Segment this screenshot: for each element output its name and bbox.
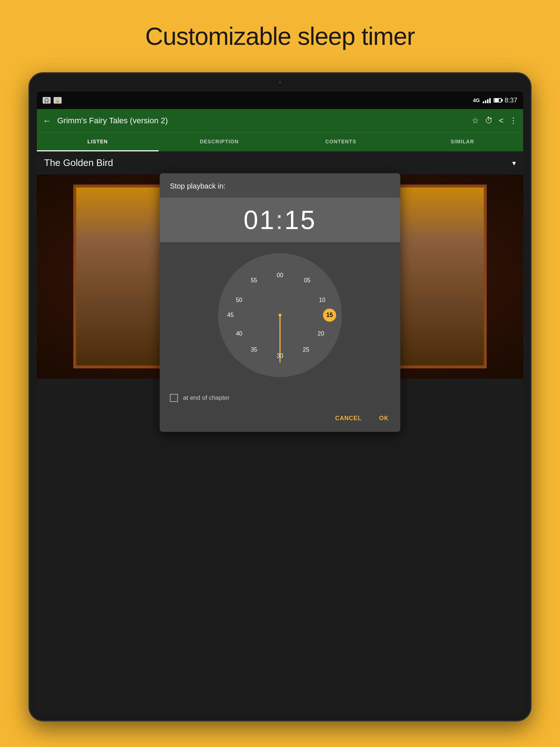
- dialog-title: Stop playback in:: [170, 182, 225, 190]
- clock-number-50[interactable]: 50: [233, 294, 246, 307]
- content-area: The Golden Bird ▾ LibriVox Stop playback…: [37, 151, 523, 379]
- chapter-header: The Golden Bird ▾: [37, 151, 523, 174]
- signal-bars: [483, 97, 491, 103]
- checkbox-row: at end of chapter: [160, 388, 400, 408]
- cancel-button[interactable]: CANCEL: [331, 412, 366, 425]
- end-of-chapter-checkbox[interactable]: [170, 394, 178, 402]
- time-display: 01:15: [167, 205, 393, 235]
- app-bar-title: Grimm's Fairy Tales (version 2): [57, 116, 466, 125]
- page-title: Customizable sleep timer: [145, 22, 415, 50]
- tab-similar[interactable]: SIMILAR: [402, 133, 524, 151]
- time-colon: :: [276, 205, 284, 235]
- clock-number-10[interactable]: 10: [316, 294, 329, 307]
- time-hours: 01: [244, 205, 276, 235]
- clock-picker[interactable]: 00 05 10 15 20 25 30 35: [160, 242, 400, 388]
- clock-face[interactable]: 00 05 10 15 20 25 30 35: [218, 253, 342, 377]
- tab-contents[interactable]: CONTENTS: [280, 133, 402, 151]
- dialog-time-display: 01:15: [160, 198, 400, 242]
- clock-number-25[interactable]: 25: [299, 343, 312, 356]
- signal-bar-4: [489, 98, 491, 103]
- clock-number-00[interactable]: 00: [273, 269, 287, 282]
- star-button[interactable]: ☆: [472, 116, 479, 125]
- tab-listen[interactable]: LISTEN: [37, 133, 159, 151]
- status-bar: 🎧 🔒 4G 8:37: [37, 92, 523, 109]
- notification-icon: 🎧: [43, 97, 51, 104]
- clock-number-45[interactable]: 45: [224, 309, 237, 322]
- status-bar-left: 🎧 🔒: [43, 97, 62, 104]
- lock-icon: 🔒: [54, 97, 62, 104]
- clock-time: 8:37: [505, 97, 517, 104]
- signal-bar-3: [487, 99, 489, 103]
- network-type: 4G: [473, 97, 480, 103]
- status-bar-right: 4G 8:37: [473, 97, 517, 104]
- dialog-buttons: CANCEL OK: [160, 408, 400, 432]
- clock-number-20[interactable]: 20: [314, 327, 327, 340]
- battery-fill: [495, 99, 499, 102]
- ok-button[interactable]: OK: [375, 412, 393, 425]
- sleep-timer-button[interactable]: ⏱: [485, 116, 493, 125]
- dialog-header: Stop playback in:: [160, 173, 400, 198]
- end-of-chapter-label: at end of chapter: [183, 394, 230, 402]
- chapter-title: The Golden Bird: [44, 157, 113, 169]
- clock-center: [279, 314, 281, 317]
- tablet-screen: 🎧 🔒 4G 8:37 ← Grimm's Fairy Tales: [37, 92, 523, 713]
- more-options-button[interactable]: ⋮: [509, 116, 517, 125]
- back-button[interactable]: ←: [43, 116, 51, 126]
- tablet-camera: [277, 80, 283, 85]
- tab-bar: LISTEN DESCRIPTION CONTENTS SIMILAR: [37, 132, 523, 151]
- clock-number-05[interactable]: 05: [301, 274, 314, 287]
- battery-icon: [494, 98, 502, 102]
- clock-number-35[interactable]: 35: [248, 343, 261, 356]
- clock-number-40[interactable]: 40: [233, 327, 246, 340]
- clock-hand: [280, 315, 281, 363]
- chapter-dropdown-button[interactable]: ▾: [512, 159, 516, 167]
- clock-number-55[interactable]: 55: [248, 274, 261, 287]
- signal-bar-1: [483, 101, 484, 103]
- clock-number-15[interactable]: 15: [323, 309, 336, 322]
- sleep-timer-dialog: Stop playback in: 01:15 00: [160, 173, 400, 432]
- signal-bar-2: [485, 100, 486, 103]
- app-bar: ← Grimm's Fairy Tales (version 2) ☆ ⏱ < …: [37, 109, 523, 132]
- share-button[interactable]: <: [499, 116, 503, 125]
- tab-description[interactable]: DESCRIPTION: [159, 133, 280, 151]
- tablet-device: 🎧 🔒 4G 8:37 ← Grimm's Fairy Tales: [28, 72, 532, 721]
- time-minutes: 15: [284, 205, 316, 235]
- app-bar-actions: ☆ ⏱ < ⋮: [472, 116, 517, 125]
